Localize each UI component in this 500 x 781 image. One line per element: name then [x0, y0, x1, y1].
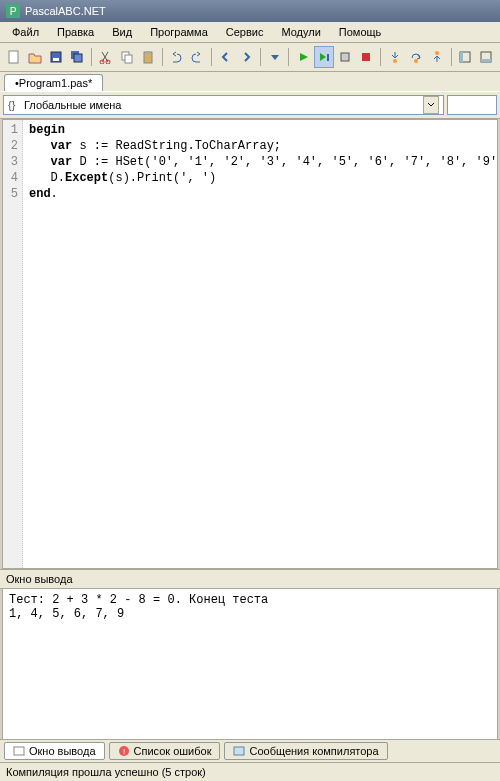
- scope-label: Глобальные имена: [24, 99, 122, 111]
- save-button[interactable]: [46, 46, 65, 68]
- tab-output[interactable]: Окно вывода: [4, 742, 105, 760]
- svg-rect-4: [53, 58, 59, 61]
- separator: [380, 48, 381, 66]
- svg-rect-20: [460, 52, 463, 62]
- separator: [451, 48, 452, 66]
- run-button[interactable]: [293, 46, 312, 68]
- svg-rect-22: [481, 59, 491, 62]
- panel1-button[interactable]: [455, 46, 474, 68]
- back-button[interactable]: [216, 46, 235, 68]
- menu-modules[interactable]: Модули: [273, 24, 328, 40]
- svg-rect-14: [341, 53, 349, 61]
- messages-icon: [233, 745, 245, 757]
- undo-button[interactable]: [166, 46, 185, 68]
- copy-button[interactable]: [117, 46, 136, 68]
- editor-tabstrip: •Program1.pas*: [0, 72, 500, 91]
- menu-edit[interactable]: Правка: [49, 24, 102, 40]
- scope-member-dropdown[interactable]: [447, 95, 497, 115]
- svg-point-16: [393, 59, 397, 63]
- svg-text:P: P: [10, 6, 17, 17]
- menu-file[interactable]: Файл: [4, 24, 47, 40]
- bottom-tabstrip: Окно вывода ! Список ошибок Сообщения ко…: [0, 739, 500, 762]
- statusbar: Компиляция прошла успешно (5 строк): [0, 762, 500, 781]
- line-number: 3: [3, 154, 22, 170]
- svg-text:!: !: [122, 747, 124, 756]
- separator: [288, 48, 289, 66]
- svg-rect-15: [362, 53, 370, 61]
- code-content[interactable]: begin var s := ReadString.ToCharArray; v…: [23, 120, 497, 568]
- svg-point-17: [414, 59, 418, 63]
- svg-rect-27: [234, 747, 244, 755]
- redo-button[interactable]: [188, 46, 207, 68]
- app-icon: P: [6, 4, 20, 18]
- separator: [162, 48, 163, 66]
- menu-help[interactable]: Помощь: [331, 24, 390, 40]
- compile-button[interactable]: [336, 46, 355, 68]
- line-number: 2: [3, 138, 22, 154]
- tab-errors[interactable]: ! Список ошибок: [109, 742, 221, 760]
- svg-rect-24: [14, 747, 24, 755]
- svg-text:{}: {}: [8, 99, 16, 111]
- line-gutter: 1 2 3 4 5: [3, 120, 23, 568]
- titlebar: P PascalABC.NET: [0, 0, 500, 22]
- toolbar: [0, 43, 500, 72]
- run-no-debug-button[interactable]: [314, 46, 333, 68]
- menu-view[interactable]: Вид: [104, 24, 140, 40]
- svg-rect-6: [74, 54, 82, 62]
- menu-program[interactable]: Программа: [142, 24, 216, 40]
- svg-rect-13: [327, 54, 329, 61]
- tab-compiler-messages[interactable]: Сообщения компилятора: [224, 742, 387, 760]
- paste-button[interactable]: [138, 46, 157, 68]
- menu-service[interactable]: Сервис: [218, 24, 272, 40]
- code-editor[interactable]: 1 2 3 4 5 begin var s := ReadString.ToCh…: [2, 119, 498, 569]
- save-all-button[interactable]: [68, 46, 87, 68]
- step-into-button[interactable]: [385, 46, 404, 68]
- error-list-icon: !: [118, 745, 130, 757]
- window-title: PascalABC.NET: [25, 5, 106, 17]
- svg-rect-12: [146, 51, 150, 54]
- scope-bar: {} Глобальные имена: [0, 91, 500, 119]
- new-file-button[interactable]: [4, 46, 23, 68]
- nav-dropdown-button[interactable]: [265, 46, 284, 68]
- forward-button[interactable]: [237, 46, 256, 68]
- line-number: 1: [3, 122, 22, 138]
- scope-dropdown[interactable]: {} Глобальные имена: [3, 95, 444, 115]
- line-number: 4: [3, 170, 22, 186]
- panel2-button[interactable]: [477, 46, 496, 68]
- svg-point-18: [435, 51, 439, 55]
- editor-tab-program1[interactable]: •Program1.pas*: [4, 74, 103, 91]
- separator: [260, 48, 261, 66]
- separator: [91, 48, 92, 66]
- line-number: 5: [3, 186, 22, 202]
- separator: [211, 48, 212, 66]
- output-icon: [13, 745, 25, 757]
- output-panel[interactable]: Тест: 2 + 3 * 2 - 8 = 0. Конец теста 1, …: [2, 589, 498, 739]
- open-file-button[interactable]: [25, 46, 44, 68]
- svg-rect-10: [125, 55, 132, 63]
- output-panel-title: Окно вывода: [0, 569, 500, 589]
- menubar: Файл Правка Вид Программа Сервис Модули …: [0, 22, 500, 43]
- cut-button[interactable]: [96, 46, 115, 68]
- chevron-down-icon: [423, 96, 439, 114]
- braces-icon: {}: [8, 99, 20, 111]
- step-over-button[interactable]: [406, 46, 425, 68]
- stop-button[interactable]: [357, 46, 376, 68]
- step-out-button[interactable]: [427, 46, 446, 68]
- svg-rect-2: [9, 51, 18, 63]
